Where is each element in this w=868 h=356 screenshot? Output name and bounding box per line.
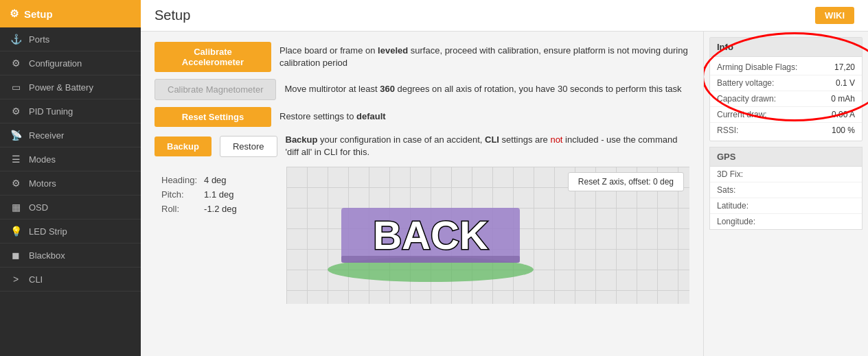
voltage-label: Battery voltage:	[717, 78, 774, 88]
info-row-current: Current draw: 0.00 A	[710, 107, 862, 123]
roll-row: Roll: -1.2 deg	[161, 202, 242, 215]
current-value: 0.00 A	[832, 110, 855, 119]
calibrate-accel-info: Place board or frame on leveled surface,…	[279, 45, 689, 69]
reset-z-button[interactable]: Reset Z axis, offset: 0 deg	[568, 172, 684, 191]
calibrate-mag-info: Move multirotor at least 360 degrees on …	[284, 83, 681, 95]
backup-restore-row: Backup Restore Backup your configuration…	[155, 134, 689, 158]
calibrate-mag-row: Calibrate Magnetometer Move multirotor a…	[155, 79, 689, 100]
rssi-label: RSSI:	[717, 126, 738, 135]
degrees-text: 360	[380, 84, 395, 94]
gps-row-lon: Longitude:	[710, 214, 862, 229]
pitch-row: Pitch: 1.1 deg	[161, 188, 242, 201]
sidebar-item-led-strip[interactable]: 💡 LED Strip	[0, 219, 141, 244]
pid-icon: ⚙	[10, 106, 22, 117]
capacity-label: Capacity drawn:	[717, 94, 776, 104]
right-panel: Info Arming Disable Flags: 17,20 Battery…	[703, 32, 868, 356]
calibrate-accel-row: Calibrate Accelerometer Place board or f…	[155, 42, 689, 72]
sidebar-item-label: Ports	[29, 34, 49, 45]
arming-value: 17,20	[834, 62, 855, 72]
restore-button[interactable]: Restore	[220, 136, 277, 157]
sidebar-item-blackbox[interactable]: ◼ Blackbox	[0, 244, 141, 268]
sidebar-item-power-battery[interactable]: ▭ Power & Battery	[0, 75, 141, 99]
capacity-value: 0 mAh	[831, 94, 855, 104]
main-header: Setup WIKI	[141, 0, 868, 32]
sidebar-item-label: Receiver	[29, 130, 64, 141]
sats-label: Sats:	[717, 185, 735, 195]
blackbox-icon: ◼	[10, 250, 22, 261]
info-row-arming: Arming Disable Flags: 17,20	[710, 60, 862, 75]
gps-card-header: GPS	[710, 147, 862, 167]
info-card-header: Info	[710, 38, 862, 57]
gps-row-sats: Sats:	[710, 182, 862, 198]
lon-label: Longitude:	[717, 217, 755, 226]
3d-view: Reset Z axis, offset: 0 deg BACK	[286, 167, 689, 304]
cli-bold-text: CLI	[485, 134, 499, 145]
sidebar-item-label: LED Strip	[29, 226, 67, 237]
sidebar-item-receiver[interactable]: 📡 Receiver	[0, 123, 141, 147]
svg-text:BACK: BACK	[373, 213, 488, 257]
sidebar-item-label: CLI	[29, 274, 43, 285]
sidebar-item-osd[interactable]: ▦ OSD	[0, 195, 141, 219]
default-text: default	[356, 111, 386, 121]
reset-settings-row: Reset Settings Restore settings to defau…	[155, 107, 689, 127]
pitch-label: Pitch:	[161, 188, 203, 201]
receiver-icon: 📡	[10, 130, 22, 141]
ports-icon: ⚓	[10, 34, 22, 45]
sidebar-item-label: OSD	[29, 202, 48, 213]
sidebar-item-configuration[interactable]: ⚙ Configuration	[0, 51, 141, 75]
backup-button[interactable]: Backup	[155, 137, 212, 156]
battery-icon: ▭	[10, 82, 22, 93]
backup-info: Backup your configuration in case of an …	[286, 134, 690, 158]
gps-card: GPS 3D Fix: Sats: Latitude: Longitude:	[709, 147, 863, 230]
heading-value: 4 deg	[204, 174, 242, 187]
roll-value: -1.2 deg	[204, 202, 242, 215]
sidebar: ⚙ Setup ⚓ Ports ⚙ Configuration ▭ Power …	[0, 0, 141, 356]
sidebar-item-label: Configuration	[29, 58, 82, 69]
sidebar-item-label: PID Tuning	[29, 106, 73, 117]
page-title: Setup	[155, 8, 190, 23]
sidebar-header[interactable]: ⚙ Setup	[0, 0, 141, 27]
orientation-data: Heading: 4 deg Pitch: 1.1 deg Roll: -1.2…	[155, 167, 278, 304]
content-area: Calibrate Accelerometer Place board or f…	[141, 32, 868, 356]
reset-settings-button[interactable]: Reset Settings	[155, 107, 271, 127]
rssi-value: 100 %	[832, 126, 855, 135]
sidebar-item-modes[interactable]: ☰ Modes	[0, 147, 141, 171]
heading-label: Heading:	[161, 174, 203, 187]
reset-settings-info: Restore settings to default	[279, 110, 386, 123]
roll-label: Roll:	[161, 202, 203, 215]
not-text: not	[550, 134, 562, 145]
sidebar-item-label: Blackbox	[29, 250, 65, 261]
current-label: Current draw:	[717, 110, 767, 119]
calibrate-accel-button[interactable]: Calibrate Accelerometer	[155, 42, 271, 72]
configuration-icon: ⚙	[10, 58, 22, 69]
lat-label: Latitude:	[717, 201, 749, 211]
fix-label: 3D Fix:	[717, 169, 743, 179]
heading-row: Heading: 4 deg	[161, 174, 242, 187]
voltage-value: 0.1 V	[836, 78, 855, 88]
orientation-table: Heading: 4 deg Pitch: 1.1 deg Roll: -1.2…	[160, 172, 244, 217]
sidebar-item-pid-tuning[interactable]: ⚙ PID Tuning	[0, 99, 141, 123]
arming-label: Arming Disable Flags:	[717, 62, 797, 72]
sidebar-item-label: Motors	[29, 178, 56, 189]
info-row-capacity: Capacity drawn: 0 mAh	[710, 91, 862, 107]
sidebar-item-ports[interactable]: ⚓ Ports	[0, 27, 141, 51]
info-row-rssi: RSSI: 100 %	[710, 123, 862, 138]
motors-icon: ⚙	[10, 178, 22, 189]
cli-icon: >	[10, 274, 22, 285]
back-visualization: BACK	[321, 187, 540, 283]
osd-icon: ▦	[10, 202, 22, 213]
info-card-body: Arming Disable Flags: 17,20 Battery volt…	[710, 57, 862, 141]
main-panel: Calibrate Accelerometer Place board or f…	[141, 32, 703, 356]
modes-icon: ☰	[10, 154, 22, 165]
calibrate-mag-button: Calibrate Magnetometer	[155, 79, 276, 100]
sidebar-item-cli[interactable]: > CLI	[0, 268, 141, 292]
wiki-button[interactable]: WIKI	[815, 7, 854, 24]
main-content: Setup WIKI Calibrate Accelerometer Place…	[141, 0, 868, 356]
info-card: Info Arming Disable Flags: 17,20 Battery…	[709, 37, 863, 141]
gps-row-lat: Latitude:	[710, 198, 862, 214]
sidebar-item-motors[interactable]: ⚙ Motors	[0, 171, 141, 195]
leveled-text: leveled	[378, 45, 408, 56]
info-row-voltage: Battery voltage: 0.1 V	[710, 75, 862, 91]
sidebar-title: Setup	[24, 8, 53, 20]
back-svg: BACK	[321, 187, 540, 283]
